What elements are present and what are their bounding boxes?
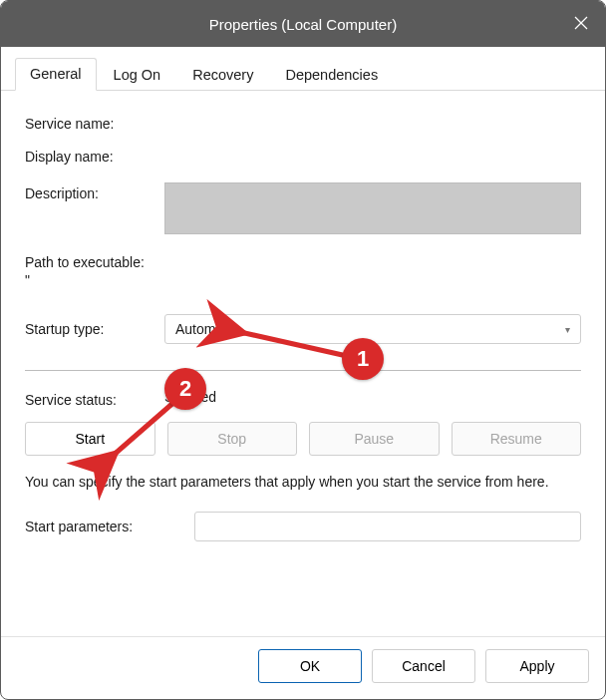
cancel-button[interactable]: Cancel [372,649,475,683]
description-label: Description: [25,182,164,201]
tab-dependencies[interactable]: Dependencies [270,59,393,91]
tab-log-on[interactable]: Log On [99,59,176,91]
pause-button: Pause [309,422,440,456]
general-tab-content: Service name: Display name: Description:… [1,91,605,636]
resume-button: Resume [452,422,582,456]
service-control-buttons: Start Stop Pause Resume [25,422,581,456]
startup-type-value: Automatic [175,321,237,337]
path-value: " [25,272,581,288]
dialog-footer: OK Cancel Apply [1,636,605,699]
service-name-label: Service name: [25,113,164,132]
apply-button[interactable]: Apply [485,649,589,683]
annotation-badge-1: 1 [342,338,384,380]
tab-recovery[interactable]: Recovery [177,59,268,91]
chevron-down-icon: ▾ [565,324,570,335]
service-status-value: Stopped [164,389,216,405]
close-button[interactable] [557,1,605,47]
tab-general[interactable]: General [15,58,97,91]
ok-button[interactable]: OK [258,649,362,683]
startup-type-label: Startup type: [25,321,164,337]
display-name-label: Display name: [25,146,164,165]
close-icon [574,16,588,33]
properties-dialog: Properties (Local Computer) General Log … [0,0,606,700]
annotation-overlay: 1 2 [1,91,605,636]
path-label: Path to executable: [25,254,581,270]
start-button[interactable]: Start [25,422,155,456]
titlebar: Properties (Local Computer) [1,1,605,47]
tab-strip: General Log On Recovery Dependencies [1,47,605,91]
start-parameters-label: Start parameters: [25,519,194,534]
startup-type-select[interactable]: Automatic ▾ [164,314,581,344]
separator [25,370,581,371]
service-status-label: Service status: [25,389,164,408]
start-parameters-hint: You can specify the start parameters tha… [25,472,581,492]
start-parameters-input[interactable] [194,512,581,541]
description-field[interactable] [164,182,581,234]
stop-button: Stop [167,422,298,456]
window-title: Properties (Local Computer) [209,16,397,33]
